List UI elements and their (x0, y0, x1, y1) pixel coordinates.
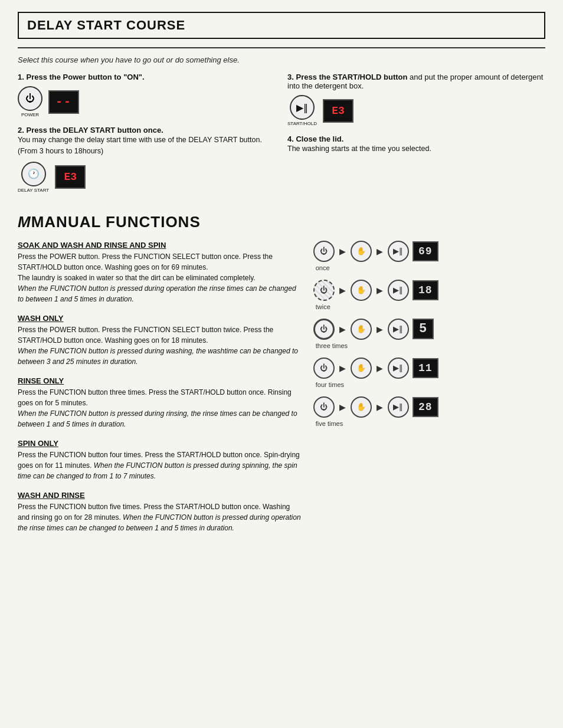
arrow10: ▶ (377, 402, 383, 412)
lcd-wash: 18 (413, 280, 438, 300)
func-rinse-title: RINSE ONLY (18, 376, 302, 385)
play-symbol: ▶‖ (296, 102, 308, 113)
wash-rinse-icons: ⏻ ▶ ✋ ▶ ▶‖ 28 five times (313, 396, 545, 427)
step-2-body: You may change the delay start time with… (18, 135, 276, 157)
step-1: 1. Press the Power button to "ON". ⏻ POW… (18, 73, 276, 117)
lcd-soak: 69 (413, 241, 438, 261)
power-button-icon: ⏻ POWER (18, 86, 42, 117)
manual-left-col: SOAK AND WASH AND RINSE AND SPIN Press t… (18, 241, 302, 543)
lcd-step3: E3 (323, 99, 353, 123)
arrow7: ▶ (339, 363, 346, 373)
step-4-body: The washing starts at the time you selec… (287, 143, 545, 155)
delay-start-button-icon: 🕐 DELAY START (18, 162, 49, 193)
func-rinse: RINSE ONLY Press the FUNCTION button thr… (18, 376, 302, 429)
func-soak: SOAK AND WASH AND RINSE AND SPIN Press t… (18, 241, 302, 304)
start-btn-wash: ▶‖ (388, 280, 409, 301)
rinse-icons: ⏻ ▶ ✋ ▶ ▶‖ 5 three times (313, 319, 545, 349)
spin-icons: ⏻ ▶ ✋ ▶ ▶‖ 11 four times (313, 358, 545, 388)
lcd-washrinse: 28 (413, 397, 438, 417)
func-btn-wash: ✋ (351, 280, 372, 301)
soak-icons: ⏻ ▶ ✋ ▶ ▶‖ 69 once (313, 241, 545, 271)
step-2: 2. Press the DELAY START button once. Yo… (18, 126, 276, 193)
arrow8: ▶ (377, 363, 383, 373)
func-btn-spin: ✋ (351, 358, 372, 379)
delay-start-subtitle: Select this course when you have to go o… (18, 55, 545, 64)
step-1-icons: ⏻ POWER -- (18, 86, 276, 117)
section-divider (18, 47, 545, 48)
step-3: 3. Press the START/HOLD button and put t… (287, 73, 545, 126)
arrow9: ▶ (339, 402, 346, 412)
lcd-rinse: 5 (413, 319, 434, 339)
func-btn-washrinse: ✋ (351, 396, 372, 418)
power-btn-spin: ⏻ (313, 358, 335, 379)
start-btn-washrinse: ▶‖ (388, 396, 409, 418)
manual-functions-section: MMANUAL FUNCTIONS SOAK AND WASH AND RINS… (18, 213, 545, 543)
step-4-title: 4. Close the lid. (287, 135, 545, 143)
rinse-times-label: three times (316, 342, 348, 349)
arrow1: ▶ (339, 247, 346, 256)
func-wash-body: Press the POWER button. Press the FUNCTI… (18, 324, 302, 367)
arrow5: ▶ (339, 324, 346, 334)
arrow4: ▶ (377, 286, 383, 295)
wash-times-label: twice (316, 303, 330, 310)
power-btn-soak: ⏻ (313, 241, 335, 262)
func-btn-soak: ✋ (351, 241, 372, 262)
manual-right-col: ⏻ ▶ ✋ ▶ ▶‖ 69 once ⏻ ▶ ✋ ▶ ▶‖ 18 (313, 241, 545, 543)
manual-grid: SOAK AND WASH AND RINSE AND SPIN Press t… (18, 241, 545, 543)
wash-icons-row: ⏻ ▶ ✋ ▶ ▶‖ 18 (313, 280, 438, 301)
start-btn-spin: ▶‖ (388, 358, 409, 379)
lcd-step2: E3 (55, 165, 86, 189)
func-soak-title: SOAK AND WASH AND RINSE AND SPIN (18, 241, 302, 250)
func-spin: SPIN ONLY Press the FUNCTION button four… (18, 439, 302, 481)
arrow3: ▶ (339, 286, 346, 295)
spin-times-label: four times (316, 381, 344, 388)
manual-functions-title: MMANUAL FUNCTIONS (18, 213, 545, 231)
step-3-icons: ▶‖ START/HOLD E3 (287, 95, 545, 126)
start-hold-button-icon: ▶‖ START/HOLD (287, 95, 317, 126)
delay-start-title: DELAY START COURSE (27, 18, 536, 33)
step-3-title: 3. Press the START/HOLD button and put t… (287, 73, 545, 90)
func-spin-title: SPIN ONLY (18, 439, 302, 448)
func-wash-rinse-body: Press the FUNCTION button five times. Pr… (18, 501, 302, 533)
rinse-icons-row: ⏻ ▶ ✋ ▶ ▶‖ 5 (313, 319, 434, 340)
power-btn-wash: ⏻ (313, 280, 335, 301)
func-spin-body: Press the FUNCTION button four times. Pr… (18, 450, 302, 481)
soak-icons-row: ⏻ ▶ ✋ ▶ ▶‖ 69 (313, 241, 438, 262)
func-soak-body: Press the POWER button. Press the FUNCTI… (18, 251, 302, 304)
clock-symbol: 🕐 (28, 168, 40, 179)
delay-start-section: DELAY START COURSE Select this course wh… (18, 12, 545, 201)
power-btn-washrinse: ⏻ (313, 396, 335, 418)
func-rinse-body: Press the FUNCTION button three times. P… (18, 387, 302, 429)
spin-icons-row: ⏻ ▶ ✋ ▶ ▶‖ 11 (313, 358, 438, 379)
arrow6: ▶ (377, 324, 383, 334)
delay-start-left-col: 1. Press the Power button to "ON". ⏻ POW… (18, 73, 276, 201)
func-wash-rinse-title: WASH AND RINSE (18, 491, 302, 500)
func-wash: WASH ONLY Press the POWER button. Press … (18, 314, 302, 367)
func-wash-rinse: WASH AND RINSE Press the FUNCTION button… (18, 491, 302, 533)
lcd-spin: 11 (413, 358, 438, 378)
power-btn-rinse: ⏻ (313, 319, 335, 340)
start-btn-soak: ▶‖ (388, 241, 409, 262)
arrow2: ▶ (377, 247, 383, 256)
step-4: 4. Close the lid. The washing starts at … (287, 135, 545, 155)
soak-times-label: once (316, 264, 330, 271)
delay-start-title-box: DELAY START COURSE (18, 12, 545, 39)
washrinse-times-label: five times (316, 420, 343, 427)
step-2-icons: 🕐 DELAY START E3 (18, 162, 276, 193)
func-wash-title: WASH ONLY (18, 314, 302, 323)
power-symbol: ⏻ (25, 93, 35, 104)
wash-rinse-icons-row: ⏻ ▶ ✋ ▶ ▶‖ 28 (313, 396, 438, 418)
step-2-title: 2. Press the DELAY START button once. (18, 126, 276, 135)
delay-start-right-col: 3. Press the START/HOLD button and put t… (287, 73, 545, 201)
start-btn-rinse: ▶‖ (388, 319, 409, 340)
func-btn-rinse: ✋ (351, 319, 372, 340)
wash-icons: ⏻ ▶ ✋ ▶ ▶‖ 18 twice (313, 280, 545, 310)
lcd-step1: -- (48, 90, 79, 114)
step-1-title: 1. Press the Power button to "ON". (18, 73, 276, 81)
delay-start-steps: 1. Press the Power button to "ON". ⏻ POW… (18, 73, 545, 201)
